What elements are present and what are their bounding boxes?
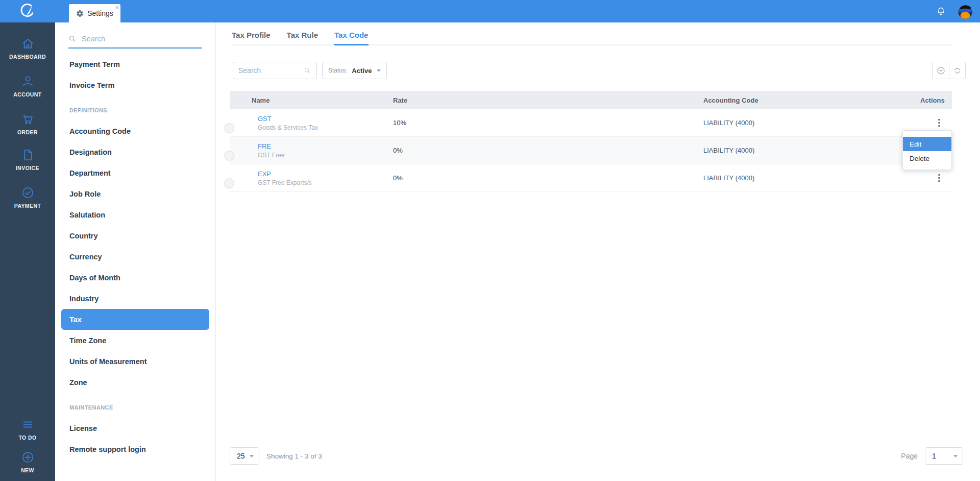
page-size-dropdown[interactable]: 25 [230, 447, 259, 465]
sidebar-search [68, 35, 202, 49]
sidebar-item-currency[interactable]: Currency [55, 246, 215, 267]
page-number-value: 1 [932, 452, 936, 460]
nav-item-label: ORDER [17, 129, 38, 135]
plus-circle-icon [21, 450, 35, 464]
sidebar-item-department[interactable]: Department [55, 162, 215, 183]
column-header-actions: Actions [920, 97, 952, 104]
tax-code-link[interactable]: EXP [258, 170, 393, 178]
sidebar-item-license[interactable]: License [55, 418, 215, 439]
sidebar-search-input[interactable] [82, 35, 202, 43]
settings-tab-label: Settings [87, 9, 113, 17]
settings-tab[interactable]: Settings × [69, 4, 120, 22]
sidebar-item-salutation[interactable]: Salutation [55, 204, 215, 225]
refresh-icon [952, 66, 962, 76]
sidebar-item-accounting-code[interactable]: Accounting Code [55, 121, 215, 141]
sidebar-item-remote-support-login[interactable]: Remote support login [55, 439, 215, 460]
tax-code-description: Goods & Services Tax [258, 124, 393, 131]
bell-icon[interactable] [936, 6, 946, 17]
page-label: Page [901, 452, 918, 460]
sidebar-item-designation[interactable]: Designation [55, 141, 215, 162]
row-actions-kebab-icon[interactable] [934, 172, 945, 184]
sidebar-section-maintenance: MAINTENANCE [55, 397, 215, 418]
nav-item-todo[interactable]: TO DO [0, 418, 55, 441]
refresh-button[interactable] [949, 62, 965, 79]
row-context-menu: EditDelete [902, 130, 952, 170]
toggle-knob [225, 151, 234, 160]
tax-rate-value: 10% [393, 119, 703, 127]
sidebar-item-zone[interactable]: Zone [55, 372, 215, 393]
table-row-fre: FREGST Free0%LIABILITY (4000) [230, 137, 952, 164]
tab-tax-profile[interactable]: Tax Profile [231, 29, 271, 44]
accounting-code-value: LIABILITY (4000) [703, 174, 920, 182]
accounting-code-value: LIABILITY (4000) [703, 119, 920, 127]
nav-item-order[interactable]: ORDER [0, 112, 55, 135]
sidebar-item-country[interactable]: Country [55, 225, 215, 246]
document-icon [21, 148, 35, 162]
settings-sidebar: Payment TermInvoice TermDEFINITIONSAccou… [55, 22, 216, 481]
tab-tax-code[interactable]: Tax Code [334, 29, 369, 44]
sidebar-item-units-of-measurement[interactable]: Units of Measurement [55, 351, 215, 372]
logo-icon [18, 2, 37, 21]
table-body: GSTGoods & Services Tax10%LIABILITY (400… [230, 109, 952, 192]
cart-icon [21, 112, 35, 126]
chevron-down-icon [953, 455, 958, 458]
check-circle-icon [21, 186, 35, 200]
sidebar-item-days-of-month[interactable]: Days of Month [55, 267, 215, 288]
sidebar-item-job-role[interactable]: Job Role [55, 183, 215, 204]
tax-code-description: GST Free Exports/s [258, 179, 393, 186]
table-search-input[interactable] [238, 66, 304, 75]
sidebar-item-tax[interactable]: Tax [61, 309, 209, 330]
column-header-rate: Rate [393, 97, 703, 104]
tax-rate-value: 0% [393, 147, 703, 154]
main-content: Tax ProfileTax RuleTax Code Status: Acti… [216, 22, 980, 481]
tax-code-link[interactable]: GST [258, 115, 393, 123]
nav-item-dashboard[interactable]: DASHBOARD [0, 37, 55, 60]
sidebar-item-industry[interactable]: Industry [55, 288, 215, 309]
table-search [233, 62, 317, 79]
status-filter-value: Active [352, 67, 372, 75]
close-icon[interactable]: × [115, 4, 119, 11]
nav-item-payment[interactable]: PAYMENT [0, 186, 55, 209]
column-header-name: Name [252, 97, 393, 104]
add-button[interactable] [933, 62, 949, 79]
nav-item-invoice[interactable]: INVOICE [0, 148, 55, 171]
status-filter-dropdown[interactable]: Status: Active [322, 62, 387, 79]
sidebar-list: Payment TermInvoice TermDEFINITIONSAccou… [55, 54, 215, 460]
nav-item-label: PAYMENT [14, 203, 41, 209]
table-header: Name Rate Accounting Code Actions [230, 91, 952, 109]
tax-code-link[interactable]: FRE [258, 142, 393, 150]
sidebar-item-invoice-term[interactable]: Invoice Term [55, 75, 215, 95]
showing-count-text: Showing 1 - 3 of 3 [266, 452, 322, 460]
search-icon [68, 35, 77, 43]
tax-tabs: Tax ProfileTax RuleTax Code [231, 29, 952, 45]
toggle-knob [225, 124, 234, 133]
chevron-down-icon [377, 69, 381, 72]
app-logo[interactable] [0, 0, 55, 22]
topbar: Settings × [0, 0, 980, 22]
context-menu-item-edit[interactable]: Edit [903, 137, 951, 151]
nav-item-new[interactable]: NEW [0, 450, 55, 473]
nav-item-label: DASHBOARD [9, 54, 46, 60]
accounting-code-value: LIABILITY (4000) [703, 147, 920, 154]
context-menu-item-delete[interactable]: Delete [903, 151, 951, 165]
page-number-dropdown[interactable]: 1 [925, 447, 963, 465]
chevron-down-icon [250, 455, 254, 458]
tax-code-description: GST Free [258, 152, 393, 159]
tab-tax-rule[interactable]: Tax Rule [286, 29, 318, 44]
sidebar-item-time-zone[interactable]: Time Zone [55, 330, 215, 351]
column-header-accounting-code: Accounting Code [703, 97, 920, 104]
table-row-gst: GSTGoods & Services Tax10%LIABILITY (400… [230, 109, 952, 137]
nav-item-label: INVOICE [16, 165, 39, 171]
menu-lines-icon [21, 418, 35, 431]
add-icon [936, 66, 946, 76]
left-nav: DASHBOARDACCOUNTORDERINVOICEPAYMENTTO DO… [0, 22, 55, 481]
sidebar-item-payment-term[interactable]: Payment Term [55, 54, 215, 75]
pagination-bar: 25 Showing 1 - 3 of 3 Page 1 [230, 447, 963, 465]
row-actions-kebab-icon[interactable] [934, 117, 945, 129]
user-avatar[interactable] [957, 3, 974, 20]
nav-item-label: ACCOUNT [13, 91, 41, 98]
page-size-value: 25 [237, 452, 245, 460]
nav-item-account[interactable]: ACCOUNT [0, 75, 55, 98]
sidebar-section-definitions: DEFINITIONS [55, 100, 215, 121]
table-row-exp: EXPGST Free Exports/s0%LIABILITY (4000) [230, 164, 952, 192]
